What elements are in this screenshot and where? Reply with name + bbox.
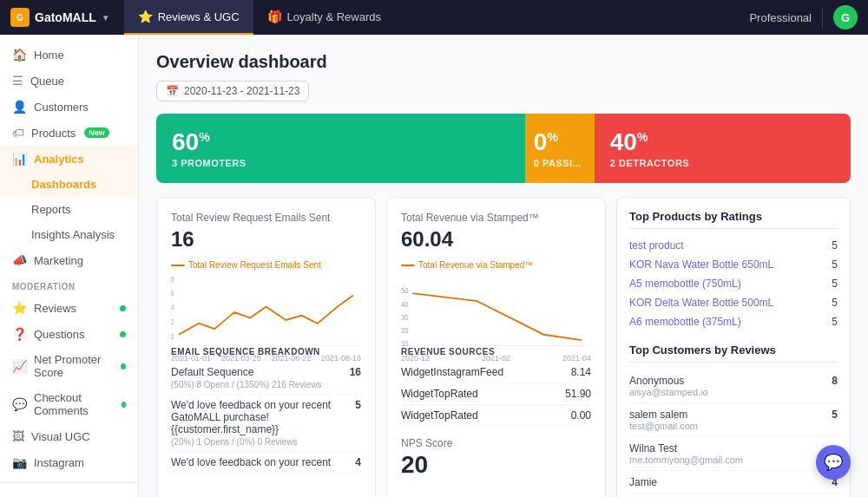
product-name-3[interactable]: KOR Delta Water Bottle 500mL: [629, 297, 773, 309]
visual-ugc-icon: 🖼: [12, 429, 24, 443]
revenue-chart-x-labels: 2020-12 2021-02 2021-04: [401, 354, 591, 363]
sidebar-item-checkout[interactable]: 💬 Checkout Comments: [0, 385, 138, 423]
sidebar-item-queue[interactable]: ☰ Queue: [0, 68, 138, 94]
instagram-icon: 📷: [12, 455, 27, 469]
breakdown-label-0: Default Sequence: [171, 366, 321, 378]
product-row-4: A6 memobottle (375mL) 5: [629, 312, 838, 331]
svg-text:10: 10: [401, 338, 409, 348]
rev-val-1: 51.90: [565, 388, 591, 400]
nps-bar: 60% 3 PROMOTERS 0% 0 PASSI... 40% 2 DETR…: [156, 114, 851, 183]
breakdown-val-1: 5: [355, 399, 361, 411]
promoters-pct: 60%: [172, 128, 510, 156]
sidebar-item-visual-ugc[interactable]: 🖼 Visual UGC: [0, 423, 138, 449]
sidebar-footer: ⚙ Settings: [0, 482, 138, 497]
user-avatar[interactable]: G: [833, 5, 858, 29]
checkout-icon: 💬: [12, 397, 27, 411]
breakdown-row-2: We'd love feedback on your recent 4: [171, 452, 361, 474]
customer-name-3: Jamie: [629, 476, 832, 488]
brand[interactable]: G GatoMALL ▼: [10, 8, 110, 27]
detractors-label: 2 DETRACTORS: [610, 158, 835, 168]
moderation-section-label: MODERATION: [0, 273, 138, 295]
brand-logo: G: [10, 8, 30, 27]
customers-section: Top Customers by Reviews Anonymous aisya…: [629, 343, 838, 494]
sidebar-label-reports: Reports: [31, 203, 71, 216]
product-name-2[interactable]: A5 memobottle (750mL): [629, 278, 741, 290]
x-label-1: 2021-03-25: [221, 354, 261, 363]
customer-count-1: 5: [832, 409, 838, 421]
breakdown-val-0: 16: [350, 366, 361, 378]
sidebar-item-settings[interactable]: ⚙ Settings: [0, 490, 138, 497]
breakdown-row-0: Default Sequence (50%) 8 Opens / (1350%)…: [171, 362, 361, 395]
sidebar-label-checkout: Checkout Comments: [34, 391, 115, 417]
tab-loyalty-rewards[interactable]: 🎁 Loyalty & Rewards: [253, 0, 395, 35]
top-nav: G GatoMALL ▼ ⭐ Reviews & UGC 🎁 Loyalty &…: [0, 0, 868, 35]
svg-text:6: 6: [171, 289, 174, 298]
sidebar-item-products[interactable]: 🏷 Products New: [0, 120, 138, 146]
gift-icon: 🎁: [267, 10, 282, 23]
brand-dropdown-icon[interactable]: ▼: [102, 13, 110, 23]
customer-row-1: salem salem test@gmail.com 5: [629, 403, 838, 437]
nps-passive: 0% 0 PASSI...: [525, 114, 595, 183]
product-name-4[interactable]: A6 memobottle (375mL): [629, 316, 741, 328]
breakdown-label-1: We'd love feedback on your recent GatoMA…: [171, 399, 355, 435]
sidebar-item-questions[interactable]: ❓ Questions: [0, 321, 138, 347]
sidebar-item-marketing[interactable]: 📣 Marketing: [0, 247, 138, 273]
x-label-0: 2021-01-01: [171, 354, 211, 363]
sidebar-item-reviews[interactable]: ⭐ Reviews: [0, 295, 138, 321]
main-content: Overview dashboard 📅 2020-11-23 - 2021-1…: [139, 35, 868, 497]
svg-text:50: 50: [401, 286, 409, 296]
tab-reviews-label: Reviews & UGC: [158, 10, 240, 23]
sidebar-item-analytics[interactable]: 📊 Analytics: [0, 146, 138, 172]
nps-score-title: NPS Score: [401, 437, 591, 449]
customer-name-0: Anonymous: [629, 375, 832, 387]
nps-promoters: 60% 3 PROMOTERS: [156, 114, 525, 183]
sidebar-label-marketing: Marketing: [34, 254, 83, 267]
rev-label-0: WidgetInstagramFeed: [401, 366, 503, 378]
sidebar-item-home[interactable]: 🏠 Home: [0, 42, 138, 68]
nps-detractors: 40% 2 DETRACTORS: [595, 114, 851, 183]
top-nav-right: Professional G: [749, 5, 858, 29]
customer-email-2: me.tommyong@gmail.com: [629, 454, 838, 465]
rev-label-2: WidgetTopRated: [401, 409, 478, 422]
rev-row-1: WidgetTopRated 51.90: [401, 383, 591, 405]
checkout-dot: [122, 402, 126, 408]
product-name-0[interactable]: test product: [629, 239, 684, 252]
sidebar-item-reports[interactable]: Reports: [0, 197, 138, 222]
customer-row-2: Wilna Test me.tommyong@gmail.com: [629, 437, 838, 471]
sidebar-label-questions: Questions: [34, 328, 85, 341]
customer-row-3: Jamie 4: [629, 471, 838, 494]
questions-dot: [120, 331, 126, 337]
email-card-value: 16: [171, 227, 361, 252]
sidebar-item-dashboards[interactable]: Dashboards: [0, 172, 138, 197]
products-section: Top Products by Ratings test product 5 K…: [629, 210, 838, 331]
sidebar-label-nps: Net Promoter Score: [34, 353, 114, 379]
page-title: Overview dashboard: [156, 52, 851, 72]
rev-x-label-0: 2020-12: [401, 354, 430, 363]
svg-text:0: 0: [171, 332, 174, 341]
sidebar-item-customers[interactable]: 👤 Customers: [0, 94, 138, 120]
tab-reviews-ugc[interactable]: ⭐ Reviews & UGC: [124, 0, 253, 35]
questions-icon: ❓: [12, 327, 27, 341]
chat-bubble[interactable]: 💬: [816, 445, 851, 480]
sidebar-item-nps[interactable]: 📈 Net Promoter Score: [0, 347, 138, 385]
products-title: Top Products by Ratings: [629, 210, 838, 229]
x-label-2: 2021-06-22: [271, 354, 311, 363]
svg-text:30: 30: [401, 312, 409, 322]
sidebar-item-instagram[interactable]: 📷 Instagram: [0, 449, 138, 475]
customer-info-1: salem salem test@gmail.com: [629, 409, 832, 431]
product-row-1: KOR Nava Water Bottle 650mL 5: [629, 255, 838, 274]
rev-label-1: WidgetTopRated: [401, 388, 478, 400]
product-name-1[interactable]: KOR Nava Water Bottle 650mL: [629, 258, 773, 271]
email-chart-x-labels: 2021-01-01 2021-03-25 2021-06-22 2021-08…: [171, 354, 361, 363]
sidebar-item-insights[interactable]: Insights Analysis: [0, 222, 138, 247]
revenue-chart-svg: 50 40 30 20 10: [401, 273, 591, 351]
product-rating-2: 5: [832, 278, 838, 290]
svg-text:20: 20: [401, 326, 409, 336]
divider: [822, 7, 823, 28]
customer-info-3: Jamie: [629, 476, 832, 488]
customers-title: Top Customers by Reviews: [629, 343, 838, 363]
date-filter[interactable]: 📅 2020-11-23 - 2021-11-23: [156, 81, 309, 101]
revenue-card: Total Revenue via Stamped™ 60.04 Total R…: [386, 197, 606, 497]
customer-email-0: aisya@stamped.io: [629, 387, 832, 397]
rev-val-2: 0.00: [571, 409, 591, 422]
